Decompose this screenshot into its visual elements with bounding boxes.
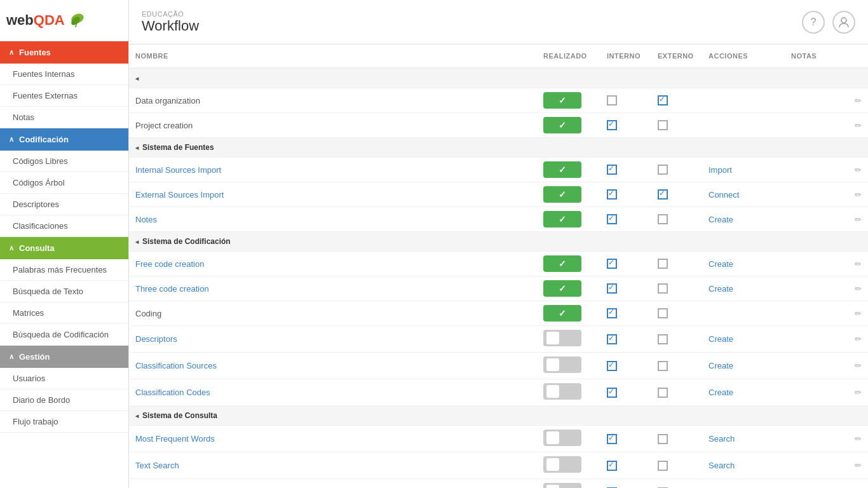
checkbox-checked[interactable] bbox=[607, 283, 617, 294]
edit-icon[interactable]: ✏ bbox=[855, 334, 862, 344]
checkbox-unchecked[interactable] bbox=[607, 95, 617, 105]
checkbox-unchecked[interactable] bbox=[658, 214, 668, 224]
edit-icon[interactable]: ✏ bbox=[855, 388, 862, 397]
action-link[interactable]: Import bbox=[709, 165, 732, 175]
edit-icon[interactable]: ✏ bbox=[855, 215, 862, 224]
collapse-arrow-icon: ◂ bbox=[135, 144, 139, 151]
checkbox-unchecked[interactable] bbox=[658, 259, 668, 269]
sidebar-item-clasificaciones[interactable]: Clasificaciones bbox=[0, 215, 128, 237]
section-row: ◂Sistema de Codificación bbox=[129, 232, 868, 252]
checkbox-checked[interactable] bbox=[607, 165, 617, 175]
toggle-on[interactable] bbox=[543, 92, 581, 109]
sidebar-section-codificacion[interactable]: ∧Codificación bbox=[0, 128, 128, 151]
action-link[interactable]: Search bbox=[709, 434, 735, 444]
checkbox-checked[interactable] bbox=[607, 334, 617, 344]
edit-icon[interactable]: ✏ bbox=[855, 259, 862, 269]
arrow-icon: ∧ bbox=[9, 244, 14, 252]
checkbox-checked[interactable] bbox=[607, 189, 617, 200]
toggle-off[interactable] bbox=[543, 483, 581, 488]
checkbox-checked[interactable] bbox=[607, 361, 617, 371]
toggle-on[interactable] bbox=[543, 280, 581, 297]
header-title: Workflow bbox=[142, 18, 199, 34]
edit-icon[interactable]: ✏ bbox=[855, 461, 862, 470]
sidebar-item-códigos-libres[interactable]: Códigos Libres bbox=[0, 151, 128, 172]
toggle-off[interactable] bbox=[543, 383, 581, 400]
action-link[interactable]: Create bbox=[709, 334, 733, 344]
toggle-off[interactable] bbox=[543, 456, 581, 473]
checkbox-unchecked[interactable] bbox=[658, 165, 668, 175]
row-name: Most Frequent Words bbox=[135, 434, 215, 444]
sidebar-item-fuentes-internas[interactable]: Fuentes Internas bbox=[0, 64, 128, 85]
header-title-block: EDUCAÇÃO Workflow bbox=[142, 10, 199, 34]
checkbox-checked[interactable] bbox=[607, 388, 617, 398]
edit-icon[interactable]: ✏ bbox=[855, 284, 862, 294]
checkbox-unchecked[interactable] bbox=[658, 334, 668, 344]
action-link[interactable]: Search bbox=[709, 461, 735, 470]
checkbox-unchecked[interactable] bbox=[658, 283, 668, 294]
sidebar-item-matrices[interactable]: Matrices bbox=[0, 302, 128, 324]
main-content: EDUCAÇÃO Workflow ? NOMBRE REALIZADO INT… bbox=[129, 0, 868, 488]
action-link[interactable]: Create bbox=[709, 215, 733, 224]
action-link[interactable]: Connect bbox=[709, 190, 739, 200]
sidebar-item-fuentes-externas[interactable]: Fuentes Externas bbox=[0, 85, 128, 107]
toggle-off[interactable] bbox=[543, 430, 581, 446]
sidebar-item-flujo-trabajo[interactable]: Flujo trabajo bbox=[0, 411, 128, 433]
toggle-on[interactable] bbox=[543, 117, 581, 133]
collapse-arrow-icon: ◂ bbox=[135, 75, 139, 82]
sidebar-section-label: Consulta bbox=[19, 243, 55, 253]
sidebar-item-códigos-árbol[interactable]: Códigos Árbol bbox=[0, 172, 128, 194]
toggle-on[interactable] bbox=[543, 255, 581, 272]
checkbox-checked[interactable] bbox=[607, 259, 617, 269]
action-link[interactable]: Create bbox=[709, 388, 733, 397]
row-name: Coding bbox=[135, 309, 161, 318]
sidebar-section-fuentes[interactable]: ∧Fuentes bbox=[0, 41, 128, 64]
checkbox-checked[interactable] bbox=[658, 95, 668, 105]
section-label: Sistema de Codificación bbox=[142, 237, 231, 246]
row-name: Internal Sources Import bbox=[135, 165, 221, 175]
table-row: Classification Codes Create ✏ bbox=[129, 379, 868, 406]
checkbox-unchecked[interactable] bbox=[658, 388, 668, 398]
checkbox-unchecked[interactable] bbox=[658, 434, 668, 444]
toggle-on[interactable] bbox=[543, 186, 581, 203]
checkbox-checked[interactable] bbox=[607, 308, 617, 318]
table-row: Descriptors Create ✏ bbox=[129, 326, 868, 353]
sidebar-item-descriptores[interactable]: Descriptores bbox=[0, 194, 128, 215]
user-button[interactable] bbox=[832, 11, 855, 34]
checkbox-checked[interactable] bbox=[658, 189, 668, 200]
action-link[interactable]: Create bbox=[709, 361, 733, 370]
toggle-off[interactable] bbox=[543, 356, 581, 373]
toggle-on[interactable] bbox=[543, 211, 581, 227]
sidebar-section-consulta[interactable]: ∧Consulta bbox=[0, 237, 128, 259]
sidebar-item-diario-de-bordo[interactable]: Diario de Bordo bbox=[0, 390, 128, 411]
sidebar-item-palabras-más-frecuentes[interactable]: Palabras más Frecuentes bbox=[0, 259, 128, 281]
sidebar-item-notas[interactable]: Notas bbox=[0, 107, 128, 128]
edit-icon[interactable]: ✏ bbox=[855, 190, 862, 200]
toggle-on[interactable] bbox=[543, 161, 581, 178]
row-name: Notes bbox=[135, 215, 157, 224]
checkbox-unchecked[interactable] bbox=[658, 361, 668, 371]
edit-icon[interactable]: ✏ bbox=[855, 121, 862, 130]
checkbox-checked[interactable] bbox=[607, 461, 617, 471]
checkbox-unchecked[interactable] bbox=[658, 461, 668, 471]
help-button[interactable]: ? bbox=[802, 11, 825, 34]
edit-icon[interactable]: ✏ bbox=[855, 434, 862, 444]
sidebar-item-búsqueda-de-texto[interactable]: Búsqueda de Texto bbox=[0, 281, 128, 302]
table-row: Coding ✏ bbox=[129, 301, 868, 326]
checkbox-unchecked[interactable] bbox=[658, 308, 668, 318]
sidebar-item-usuarios[interactable]: Usuarios bbox=[0, 368, 128, 390]
edit-icon[interactable]: ✏ bbox=[855, 96, 862, 105]
edit-icon[interactable]: ✏ bbox=[855, 361, 862, 370]
sidebar-section-gestion[interactable]: ∧Gestión bbox=[0, 346, 128, 368]
checkbox-checked[interactable] bbox=[607, 214, 617, 224]
checkbox-checked[interactable] bbox=[607, 120, 617, 130]
action-link[interactable]: Create bbox=[709, 284, 733, 294]
checkbox-checked[interactable] bbox=[607, 434, 617, 444]
section-label: Sistema de Consulta bbox=[142, 411, 217, 420]
sidebar-item-búsqueda-de-codificación[interactable]: Búsqueda de Codificación bbox=[0, 324, 128, 346]
checkbox-unchecked[interactable] bbox=[658, 120, 668, 130]
toggle-on[interactable] bbox=[543, 305, 581, 322]
action-link[interactable]: Create bbox=[709, 259, 733, 269]
toggle-off[interactable] bbox=[543, 330, 581, 346]
edit-icon[interactable]: ✏ bbox=[855, 309, 862, 318]
edit-icon[interactable]: ✏ bbox=[855, 165, 862, 175]
